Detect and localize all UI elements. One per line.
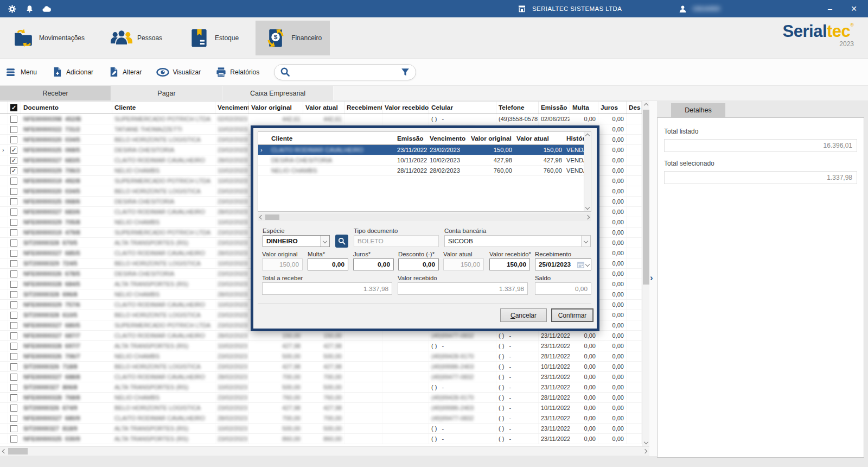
tab-receber[interactable]: Receber: [0, 86, 111, 100]
table-row[interactable]: NFE00000328 768/8NELIO CHAMBS23/02/20237…: [0, 393, 642, 403]
dialog-column-header-histor[interactable]: Histór: [564, 132, 585, 144]
especie-dropdown-arrow[interactable]: [320, 236, 329, 247]
column-header-telefone[interactable]: Telefone: [496, 102, 539, 113]
table-row[interactable]: NFE00000326 706/7NELIO CHAMBS23/02/20235…: [0, 351, 642, 362]
alterar-button[interactable]: Alterar: [108, 66, 142, 78]
table-row[interactable]: SIT20000327 818/9ALTA TRANSPORTES (RS)10…: [0, 424, 642, 434]
module-financeiro[interactable]: $Financeiro: [256, 21, 330, 55]
dialog-column-header-vencimento[interactable]: Vencimento: [427, 132, 469, 144]
row-checkbox[interactable]: [10, 250, 17, 257]
table-row[interactable]: SIT20000326 718/8BELO HORIZONTE LOGISTIC…: [0, 362, 642, 372]
scroll-down-arrow[interactable]: [642, 438, 650, 446]
column-header-juros[interactable]: Juros: [598, 102, 627, 113]
filter-funnel-icon[interactable]: [400, 67, 410, 77]
row-checkbox[interactable]: [10, 322, 17, 329]
scroll-right-arrow[interactable]: [641, 447, 649, 455]
table-horizontal-scrollbar[interactable]: [0, 446, 649, 456]
row-checkbox[interactable]: [10, 281, 17, 288]
details-panel-expander-icon[interactable]: ›: [650, 273, 653, 283]
tipo-documento-field[interactable]: BOLETO: [354, 235, 439, 247]
tab-pagar[interactable]: Pagar: [111, 86, 222, 100]
search-box[interactable]: [274, 64, 416, 80]
row-checkbox[interactable]: [10, 353, 17, 360]
row-checkbox[interactable]: [10, 343, 17, 350]
table-row[interactable]: NFE00000398 452/BSUPERMERCADO POTRICH LT…: [0, 114, 642, 124]
scroll-up-arrow[interactable]: [642, 102, 650, 109]
row-checkbox[interactable]: [10, 332, 17, 339]
column-header-documento[interactable]: Documento: [21, 102, 112, 113]
row-checkbox[interactable]: [10, 219, 17, 226]
valor-recebido-input[interactable]: 150,00: [489, 258, 530, 270]
row-checkbox[interactable]: [10, 239, 17, 247]
dialog-grid-row[interactable]: ›CLAITO RODIMAR CAVALHEIRO23/11/202223/0…: [258, 145, 591, 155]
adicionar-button[interactable]: Adicionar: [52, 66, 93, 78]
table-row[interactable]: NFE00000325 030/9ALTA TRANSPORTES (RS)23…: [0, 434, 642, 444]
dialog-grid-row[interactable]: DESIRA CHESITORIA10/11/202210/02/2023427…: [258, 155, 591, 166]
module-pessoas[interactable]: Pessoas: [101, 21, 170, 55]
row-checkbox[interactable]: [10, 229, 17, 236]
row-checkbox[interactable]: [10, 291, 17, 298]
especie-combobox[interactable]: DINHEIRO: [263, 235, 330, 247]
user-area[interactable]: USUARIO: [677, 3, 720, 14]
visualizar-button[interactable]: Visualizar: [156, 68, 201, 77]
table-vertical-scrollbar[interactable]: [642, 101, 649, 446]
row-checkbox[interactable]: [10, 384, 17, 391]
dialog-horizontal-scroll-thumb[interactable]: [265, 214, 279, 220]
dialog-scroll-up-arrow[interactable]: [584, 132, 591, 140]
dialog-scroll-down-arrow[interactable]: [584, 204, 591, 211]
column-header-recebimento[interactable]: Recebimento: [344, 102, 382, 113]
desconto-input[interactable]: 0,00: [398, 258, 439, 270]
dialog-column-header-emissao[interactable]: Emissão: [395, 132, 427, 144]
column-header-emissao[interactable]: Emissão: [539, 102, 570, 113]
minimize-button[interactable]: –: [818, 0, 842, 17]
column-header-multa[interactable]: Multa: [570, 102, 598, 113]
recebimento-date-input[interactable]: 25/01/2023: [535, 258, 591, 270]
row-checkbox[interactable]: [10, 198, 17, 205]
scroll-left-arrow[interactable]: [1, 447, 8, 455]
row-checkbox[interactable]: [10, 374, 17, 381]
row-checkbox[interactable]: [10, 126, 17, 133]
conta-bancaria-dropdown-arrow[interactable]: [581, 236, 590, 247]
dialog-grid-row[interactable]: NELIO CHAMBS28/11/202228/02/2023760,0076…: [258, 166, 591, 176]
tab-caixa-empresarial[interactable]: Caixa Empresarial: [222, 86, 334, 100]
column-header-vencimento[interactable]: Vencimento↓: [215, 102, 249, 113]
dialog-scroll-left-arrow[interactable]: [258, 213, 265, 221]
column-header-valor-atual[interactable]: Valor atual: [303, 102, 344, 113]
row-checkbox[interactable]: [10, 270, 17, 277]
module-movimentacoes[interactable]: Movimentações: [3, 21, 93, 55]
row-checkbox[interactable]: [10, 116, 17, 123]
dialog-scroll-right-arrow[interactable]: [584, 213, 591, 221]
conta-bancaria-combobox[interactable]: SICOOB: [444, 235, 591, 247]
row-checkbox[interactable]: [10, 436, 17, 443]
column-header-des[interactable]: Des: [627, 102, 642, 113]
row-checkbox[interactable]: [10, 405, 17, 412]
row-checkbox[interactable]: [10, 394, 17, 401]
row-checkbox[interactable]: [10, 363, 17, 370]
row-checkbox[interactable]: [10, 136, 17, 143]
table-row[interactable]: NFE00000327 687/7CLAITO RODIMAR CAVALHEI…: [0, 331, 642, 341]
row-checkbox[interactable]: [10, 188, 17, 195]
row-checkbox[interactable]: ✓: [10, 157, 17, 164]
table-row[interactable]: SIT20000327 806/8ALTA TRANSPORTES (RS)10…: [0, 382, 642, 393]
dialog-column-header-cliente[interactable]: Cliente: [269, 132, 395, 144]
row-checkbox[interactable]: [10, 425, 17, 432]
dialog-column-header-valor-atual[interactable]: Valor atual: [514, 132, 564, 144]
column-header-valor-original[interactable]: Valor original: [249, 102, 303, 113]
module-estoque[interactable]: Estoque: [179, 21, 247, 55]
cancel-button[interactable]: Cancelar: [500, 308, 547, 322]
row-checkbox[interactable]: [10, 312, 17, 319]
close-button[interactable]: ✕: [842, 0, 866, 17]
row-checkbox[interactable]: [10, 301, 17, 308]
dialog-column-header-valor-original[interactable]: Valor original: [469, 132, 514, 144]
search-input[interactable]: [295, 68, 396, 76]
column-header-valor-recebido[interactable]: Valor recebido: [382, 102, 429, 113]
select-all-checkbox[interactable]: ✓: [10, 104, 17, 111]
calendar-icon[interactable]: [577, 261, 584, 268]
tab-detalhes[interactable]: Detalhes: [671, 103, 725, 117]
column-header-cliente[interactable]: Cliente: [112, 102, 215, 113]
dialog-grid-vertical-scrollbar[interactable]: [584, 132, 591, 211]
row-checkbox[interactable]: ✓: [10, 147, 17, 154]
vertical-scroll-thumb[interactable]: [643, 110, 649, 285]
row-checkbox[interactable]: [10, 415, 17, 422]
table-row[interactable]: NFE00000327 680/9CLAITO RODIMAR CAVALHEI…: [0, 413, 642, 424]
